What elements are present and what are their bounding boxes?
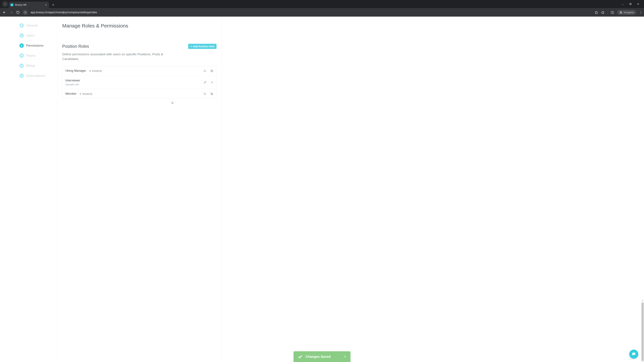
- svg-point-5: [641, 11, 641, 12]
- incognito-label: Incognito: [624, 11, 634, 14]
- edit-icon: [204, 81, 206, 84]
- sidebar-item-label: Billing: [26, 64, 35, 67]
- role-copy-button[interactable]: [210, 69, 213, 72]
- address-bar: app.breezy.hr/app/c/moodjoy/company/sett…: [0, 8, 644, 16]
- check-icon: [298, 354, 302, 359]
- readonly-label: Readonly: [82, 92, 92, 95]
- new-tab-button[interactable]: [51, 2, 56, 7]
- search-icon: [203, 92, 206, 95]
- scroll-up-arrow[interactable]: ▴: [641, 299, 644, 301]
- sidebar-item-users[interactable]: Users: [20, 33, 57, 38]
- svg-point-2: [25, 11, 25, 12]
- extensions-button[interactable]: [601, 11, 604, 14]
- svg-rect-1: [630, 3, 631, 5]
- svg-rect-21: [80, 94, 81, 94]
- favicon-icon: [10, 3, 14, 6]
- browser-menu-button[interactable]: [639, 11, 642, 14]
- window-minimize-button[interactable]: [622, 3, 626, 5]
- sidebar-item-label: Subscriptions: [26, 74, 45, 78]
- search-icon: [203, 69, 206, 72]
- svg-rect-9: [21, 25, 22, 25]
- svg-point-22: [204, 93, 206, 95]
- svg-point-6: [641, 12, 641, 12]
- incognito-indicator[interactable]: Incognito: [617, 10, 636, 15]
- user-icon: [20, 33, 24, 38]
- lock-icon: [20, 43, 24, 48]
- bookmark-button[interactable]: [595, 11, 598, 14]
- role-row[interactable]: Hiring Manager Readonly: [62, 66, 216, 76]
- role-view-button[interactable]: [203, 92, 206, 95]
- role-view-button[interactable]: [203, 69, 206, 72]
- sidebar-item-teams[interactable]: Teams: [20, 53, 57, 58]
- scrollbar-thumb[interactable]: [642, 303, 644, 361]
- role-row[interactable]: Member Readonly: [62, 89, 216, 98]
- svg-point-3: [26, 13, 26, 13]
- svg-point-13: [21, 35, 22, 35]
- sidebar-item-general[interactable]: General: [20, 23, 57, 28]
- sidebar-item-permissions[interactable]: Permissions: [20, 43, 57, 48]
- svg-rect-10: [22, 25, 22, 25]
- sidepanel-button[interactable]: [611, 11, 614, 14]
- page-scrollbar[interactable]: ▴: [641, 302, 644, 362]
- card-icon: [20, 63, 24, 68]
- toast-dismiss-button[interactable]: [344, 356, 346, 358]
- browser-chrome: Breezy HR: [0, 0, 644, 16]
- x-burst-icon: [20, 53, 24, 58]
- nav-forward-button[interactable]: [8, 9, 14, 15]
- role-name: Hiring Manager: [66, 69, 86, 72]
- sidebar-item-label: General: [26, 24, 38, 27]
- copy-icon: [210, 69, 213, 72]
- tab-close-button[interactable]: [45, 4, 47, 6]
- add-position-role-button[interactable]: Add Position Role: [188, 44, 216, 49]
- main-panel: Manage Roles & Permissions Position Role…: [57, 16, 222, 362]
- svg-rect-8: [21, 25, 22, 26]
- sidebar-item-label: Users: [26, 34, 34, 37]
- page-viewport: General Users Permissions Teams: [0, 16, 644, 362]
- plus-icon: [190, 45, 192, 47]
- incognito-icon: [619, 11, 622, 14]
- role-edit-button[interactable]: [204, 81, 206, 84]
- toast-changes-saved: Changes Saved: [294, 351, 350, 362]
- nav-back-button[interactable]: [2, 9, 8, 15]
- building-icon: [20, 23, 24, 28]
- role-row[interactable]: Interviewer Sample role: [62, 76, 216, 89]
- window-maximize-button[interactable]: [629, 3, 634, 5]
- browser-tab[interactable]: Breezy HR: [9, 2, 49, 8]
- roles-list: Hiring Manager Readonly: [62, 66, 216, 99]
- lock-icon: [80, 93, 81, 95]
- close-icon: [211, 81, 213, 84]
- role-delete-button[interactable]: [211, 81, 213, 84]
- settings-sidebar: General Users Permissions Teams: [0, 16, 57, 362]
- sidebar-item-subscriptions[interactable]: Subscriptions: [20, 73, 57, 78]
- sidebar-item-label: Permissions: [26, 44, 44, 47]
- sidebar-item-billing[interactable]: Billing: [20, 63, 57, 68]
- chat-icon: [632, 352, 636, 356]
- site-settings-button[interactable]: [23, 10, 28, 15]
- window-close-button[interactable]: [637, 3, 642, 5]
- copy-icon: [210, 92, 213, 95]
- svg-rect-17: [90, 71, 90, 71]
- section-title: Position Roles: [62, 44, 89, 49]
- tab-bar: Breezy HR: [0, 0, 644, 8]
- readonly-badge: Readonly: [80, 92, 92, 95]
- nav-reload-button[interactable]: [15, 9, 21, 15]
- section-description: Define permissions associated with users…: [62, 52, 170, 61]
- window-controls: [622, 0, 644, 8]
- svg-point-18: [204, 70, 206, 72]
- role-copy-button[interactable]: [210, 92, 213, 95]
- tab-title: Breezy HR: [15, 3, 43, 6]
- role-name: Member: [66, 92, 76, 95]
- toast-message: Changes Saved: [306, 355, 330, 359]
- sidebar-item-label: Teams: [26, 54, 36, 57]
- svg-rect-16: [21, 65, 23, 66]
- lock-icon: [89, 70, 91, 72]
- page-title: Manage Roles & Permissions: [62, 23, 216, 29]
- svg-rect-12: [22, 25, 22, 25]
- bars-icon: [20, 73, 24, 78]
- chat-launcher[interactable]: [629, 350, 638, 359]
- tab-search-button[interactable]: [2, 1, 8, 7]
- url-text[interactable]: app.breezy.hr/app/c/moodjoy/company/sett…: [29, 11, 594, 14]
- add-button-label: Add Position Role: [193, 45, 214, 48]
- role-name: Interviewer: [66, 79, 204, 82]
- role-subtitle: Sample role: [66, 83, 204, 86]
